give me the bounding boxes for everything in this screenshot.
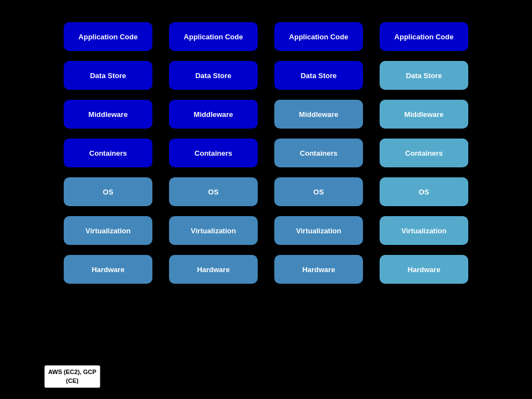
tile-containers: Containers — [380, 139, 468, 167]
column-2: Application CodeData StoreMiddlewareCont… — [169, 22, 258, 284]
footer-label: AWS (EC2), GCP(CE) — [44, 365, 100, 388]
tile-application-code: Application Code — [169, 22, 258, 51]
tile-virtualization: Virtualization — [64, 216, 152, 245]
tile-middleware: Middleware — [169, 100, 258, 129]
grid-container: Application CodeData StoreMiddlewareCont… — [0, 0, 532, 295]
tile-hardware: Hardware — [274, 255, 363, 284]
tile-data-store: Data Store — [274, 61, 363, 90]
tile-middleware: Middleware — [274, 100, 363, 129]
tile-containers: Containers — [274, 139, 363, 167]
tile-application-code: Application Code — [274, 22, 363, 51]
tile-containers: Containers — [64, 139, 152, 167]
tile-os: OS — [380, 177, 468, 206]
tile-hardware: Hardware — [169, 255, 258, 284]
tile-containers: Containers — [169, 139, 258, 167]
tile-os: OS — [169, 177, 258, 206]
column-3: Application CodeData StoreMiddlewareCont… — [274, 22, 363, 284]
tile-data-store: Data Store — [64, 61, 152, 90]
tile-application-code: Application Code — [380, 22, 468, 51]
tile-data-store: Data Store — [169, 61, 258, 90]
tile-middleware: Middleware — [64, 100, 152, 129]
column-4: Application CodeData StoreMiddlewareCont… — [380, 22, 468, 284]
tile-os: OS — [274, 177, 363, 206]
tile-hardware: Hardware — [380, 255, 468, 284]
footer-area: AWS (EC2), GCP(CE) — [44, 365, 100, 388]
tile-virtualization: Virtualization — [169, 216, 258, 245]
tile-middleware: Middleware — [380, 100, 468, 129]
tile-virtualization: Virtualization — [274, 216, 363, 245]
tile-os: OS — [64, 177, 152, 206]
column-1: Application CodeData StoreMiddlewareCont… — [64, 22, 152, 284]
tile-hardware: Hardware — [64, 255, 152, 284]
tile-application-code: Application Code — [64, 22, 152, 51]
tile-data-store: Data Store — [380, 61, 468, 90]
tile-virtualization: Virtualization — [380, 216, 468, 245]
